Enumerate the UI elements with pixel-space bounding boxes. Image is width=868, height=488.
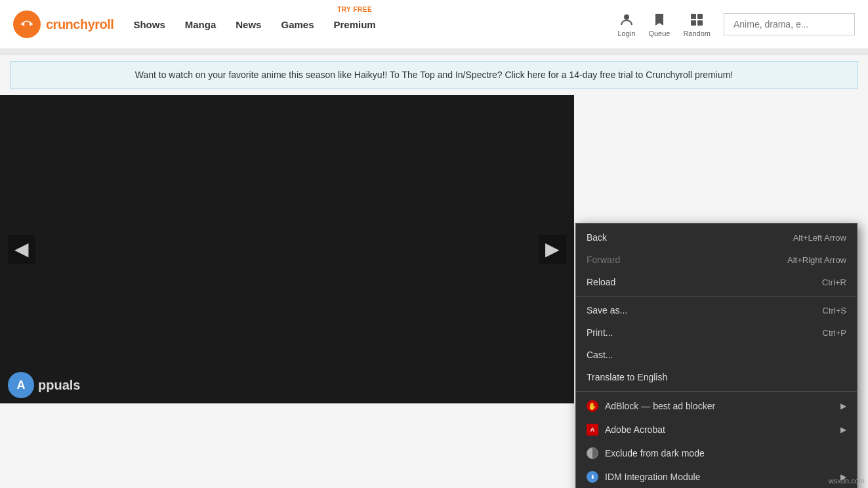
context-menu-adobe[interactable]: A Adobe Acrobat ▶	[576, 418, 857, 441]
darkmode-icon	[587, 447, 598, 459]
adobe-arrow: ▶	[840, 425, 846, 434]
logo-text: crunchyroll	[46, 17, 114, 32]
context-menu-cast[interactable]: Cast...	[576, 344, 857, 366]
wsxdn-watermark: wsxdn.com	[829, 477, 865, 485]
adblock-icon: ✋	[587, 400, 598, 412]
context-menu-adblock[interactable]: ✋ AdBlock — best ad blocker ▶	[576, 394, 857, 418]
nav-news[interactable]: News	[236, 19, 261, 30]
svg-rect-4	[697, 14, 703, 19]
divider-bar	[0, 49, 868, 54]
site-header: crunchyroll Shows Manga News Games TRY F…	[0, 0, 868, 49]
context-menu-reload[interactable]: Reload Ctrl+R	[576, 271, 857, 293]
reload-shortcut: Ctrl+R	[822, 277, 846, 287]
queue-label: Queue	[648, 30, 670, 37]
svg-point-1	[24, 22, 30, 27]
context-menu-save-as[interactable]: Save as... Ctrl+S	[576, 299, 857, 321]
try-free-badge: TRY FREE	[337, 6, 372, 13]
forward-label: Forward	[587, 254, 620, 265]
bookmark-icon	[651, 12, 667, 28]
nav-games[interactable]: Games	[281, 19, 314, 30]
reload-label: Reload	[587, 277, 615, 287]
forward-shortcut: Alt+Right Arrow	[787, 255, 846, 265]
cast-label: Cast...	[587, 350, 613, 360]
context-menu-back[interactable]: Back Alt+Left Arrow	[576, 226, 857, 249]
nav-manga[interactable]: Manga	[185, 19, 217, 30]
back-shortcut: Alt+Left Arrow	[793, 233, 846, 243]
adobe-acrobat-icon: A	[587, 424, 598, 436]
appuals-text: ppuals	[38, 378, 80, 393]
svg-rect-5	[691, 20, 696, 26]
svg-rect-6	[697, 20, 703, 26]
user-icon	[619, 12, 634, 28]
slide-prev-button[interactable]: ◀	[8, 235, 35, 264]
logo-icon	[13, 10, 41, 38]
separator-2	[576, 391, 857, 392]
darkmode-label: Exclude from dark mode	[587, 447, 705, 459]
header-actions: Login Queue Random	[617, 12, 855, 37]
svg-point-2	[624, 14, 629, 20]
login-button[interactable]: Login	[617, 12, 635, 37]
save-as-shortcut: Ctrl+S	[823, 306, 846, 315]
nav-shows[interactable]: Shows	[133, 19, 165, 30]
idm-icon: ⬇	[587, 471, 598, 483]
nav-premium[interactable]: TRY FREE Premium	[334, 19, 376, 30]
print-shortcut: Ctrl+P	[823, 328, 846, 338]
appuals-watermark: A ppuals	[0, 367, 88, 403]
logo[interactable]: crunchyroll	[13, 10, 114, 38]
context-menu-print[interactable]: Print... Ctrl+P	[576, 321, 857, 344]
random-icon	[689, 12, 705, 28]
promo-banner[interactable]: Want to watch on your favorite anime thi…	[10, 61, 858, 89]
promo-text: Want to watch on your favorite anime thi…	[135, 70, 733, 80]
main-nav: Shows Manga News Games TRY FREE Premium	[133, 19, 617, 30]
random-button[interactable]: Random	[683, 12, 711, 37]
appuals-char-icon: A	[8, 372, 34, 398]
adblock-label: ✋ AdBlock — best ad blocker	[587, 400, 715, 412]
idm-label: ⬇ IDM Integration Module	[587, 471, 701, 483]
adobe-label: A Adobe Acrobat	[587, 424, 665, 436]
save-as-label: Save as...	[587, 305, 627, 315]
context-menu: Back Alt+Left Arrow Forward Alt+Right Ar…	[575, 223, 858, 488]
back-label: Back	[587, 232, 607, 243]
context-menu-translate[interactable]: Translate to English	[576, 366, 857, 388]
context-menu-darkmode[interactable]: Exclude from dark mode	[576, 441, 857, 465]
queue-button[interactable]: Queue	[648, 12, 670, 37]
random-label: Random	[683, 30, 711, 37]
separator-1	[576, 296, 857, 296]
context-menu-forward: Forward Alt+Right Arrow	[576, 249, 857, 271]
print-label: Print...	[587, 327, 613, 338]
appuals-logo: A ppuals	[8, 372, 80, 398]
svg-rect-3	[691, 14, 696, 19]
main-content: ◀ ▶ A ppuals Back Alt+Left Arrow Forward…	[0, 95, 868, 403]
adblock-arrow: ▶	[840, 401, 846, 411]
login-label: Login	[617, 30, 635, 37]
search-input[interactable]	[724, 13, 855, 35]
slide-next-button[interactable]: ▶	[539, 235, 566, 264]
slideshow: ◀ ▶ A ppuals	[0, 95, 574, 403]
translate-label: Translate to English	[587, 372, 667, 382]
context-menu-idm[interactable]: ⬇ IDM Integration Module ▶	[576, 465, 857, 488]
